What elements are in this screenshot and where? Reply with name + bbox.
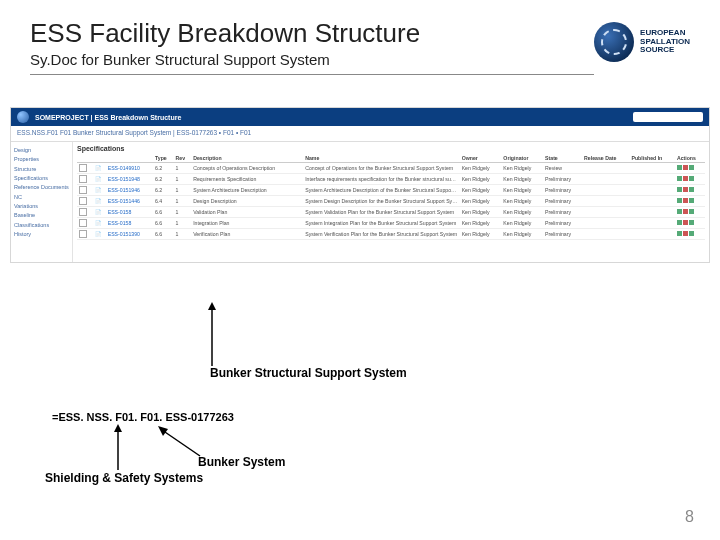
table-header: Release Date [582,154,629,163]
table-header [77,154,93,163]
row-checkbox[interactable] [77,229,93,240]
sidebar-item[interactable]: Specifications [14,174,69,183]
table-header: State [543,154,582,163]
slide-header: ESS Facility Breakdown Structure Sy.Doc … [0,0,720,79]
embedded-app-screenshot: SOMEPROJECT | ESS Breakdown Structure ES… [10,107,710,263]
search-input[interactable] [633,112,703,122]
row-checkbox[interactable] [77,207,93,218]
app-titlebar: SOMEPROJECT | ESS Breakdown Structure [11,108,709,126]
table-header: Originator [501,154,543,163]
table-header: Description [191,154,303,163]
doc-id[interactable]: ESS-0158 [106,218,153,229]
page-title: ESS Facility Breakdown Structure [30,18,594,49]
table-header [93,154,106,163]
row-checkbox[interactable] [77,218,93,229]
sidebar-item[interactable]: Reference Documents [14,183,69,192]
main-panel: Specifications TypeRevDescriptionNameOwn… [73,142,709,262]
table-row[interactable]: 📄ESS-01586.61Integration PlanSystem Inte… [77,218,705,229]
row-actions[interactable] [675,229,705,240]
svg-line-2 [162,430,200,456]
arrow-icon [154,424,202,458]
table-header: Owner [460,154,502,163]
sidebar-item[interactable]: Properties [14,155,69,164]
row-checkbox[interactable] [77,174,93,185]
row-actions[interactable] [675,196,705,207]
row-checkbox[interactable] [77,196,93,207]
sidebar-item[interactable]: NC [14,193,69,202]
annotation-sss: Shielding & Safety Systems [45,471,203,485]
annotation-bss: Bunker Structural Support System [210,366,407,380]
table-row[interactable]: 📄ESS-01586.61Validation PlanSystem Valid… [77,207,705,218]
sidebar-item[interactable]: Variations [14,202,69,211]
ess-logo-icon [594,22,634,62]
table-row[interactable]: 📄ESS-01519466.21System Architecture Desc… [77,185,705,196]
arrow-icon [108,424,128,472]
breadcrumb: ESS.NSS.F01 F01 Bunker Structural Suppor… [11,126,709,142]
title-block: ESS Facility Breakdown Structure Sy.Doc … [30,18,594,75]
table-header [106,154,153,163]
ess-logo: EUROPEAN SPALLATION SOURCE [594,22,690,62]
row-actions[interactable] [675,185,705,196]
row-actions[interactable] [675,218,705,229]
row-actions[interactable] [675,174,705,185]
doc-id[interactable]: ESS-0149910 [106,163,153,174]
table-header: Actions [675,154,705,163]
svg-marker-3 [158,426,168,436]
app-title: SOMEPROJECT | ESS Breakdown Structure [35,114,181,121]
doc-id[interactable]: ESS-0151390 [106,229,153,240]
row-actions[interactable] [675,163,705,174]
table-row[interactable]: 📄ESS-01514466.41Design DescriptionSystem… [77,196,705,207]
table-header: Published In [629,154,674,163]
sidebar-item[interactable]: Baseline [14,211,69,220]
row-actions[interactable] [675,207,705,218]
sidebar-item[interactable]: Design [14,146,69,155]
table-header: Type [153,154,174,163]
svg-marker-1 [208,302,216,310]
page-subtitle: Sy.Doc for Bunker Structural Support Sys… [30,51,594,75]
doc-id[interactable]: ESS-0151446 [106,196,153,207]
sidebar-item[interactable]: Structure [14,165,69,174]
doc-id[interactable]: ESS-0151946 [106,185,153,196]
table-header: Rev [174,154,192,163]
annotation-bs: Bunker System [198,455,285,469]
page-number: 8 [685,508,694,526]
row-checkbox[interactable] [77,185,93,196]
table-row[interactable]: 📄ESS-01519486.21Requirements Specificati… [77,174,705,185]
ess-logo-text: EUROPEAN SPALLATION SOURCE [640,29,690,55]
table-row[interactable]: 📄ESS-01513906.61Verification PlanSystem … [77,229,705,240]
arrow-icon [200,302,220,368]
sidebar-item[interactable]: History [14,230,69,239]
panel-title: Specifications [77,145,705,152]
table-header: Name [303,154,459,163]
doc-id[interactable]: ESS-0151948 [106,174,153,185]
annotation-code: =ESS. NSS. F01. F01. ESS-0177263 [52,411,234,423]
doc-id[interactable]: ESS-0158 [106,207,153,218]
globe-icon [17,111,29,123]
sidebar-item[interactable]: Classifications [14,221,69,230]
row-checkbox[interactable] [77,163,93,174]
specifications-table: TypeRevDescriptionNameOwnerOriginatorSta… [77,154,705,240]
svg-marker-5 [114,424,122,432]
table-row[interactable]: 📄ESS-01499106.21Concepts of Operations D… [77,163,705,174]
sidebar: DesignPropertiesStructureSpecificationsR… [11,142,73,262]
